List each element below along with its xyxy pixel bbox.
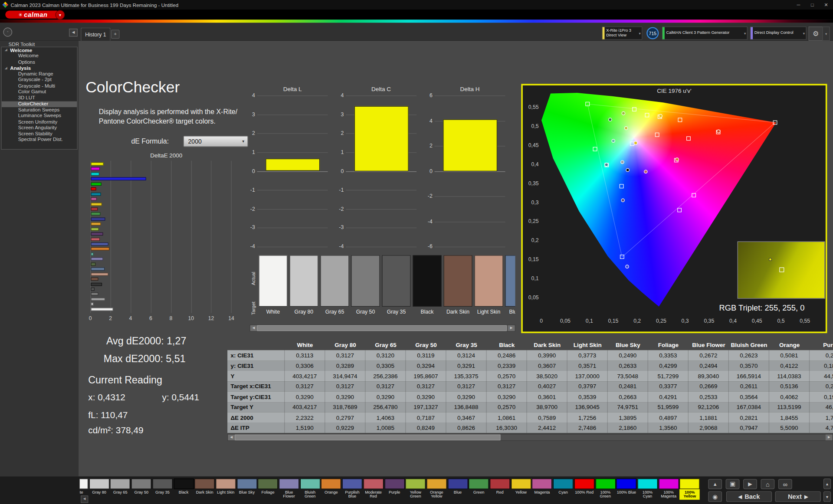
- sidebar-section-analysis[interactable]: ◢Analysis: [2, 65, 77, 71]
- patch-black[interactable]: Black: [174, 478, 194, 503]
- scroll-up-button[interactable]: ▲: [823, 478, 831, 489]
- patch-100-green[interactable]: 100% Green: [595, 478, 616, 503]
- patch-yellow-green[interactable]: Yellow Green: [406, 478, 426, 503]
- display-pattern-button[interactable]: ▣: [726, 479, 740, 489]
- inset-target-square: [779, 267, 784, 272]
- column-header: Light Skin: [567, 340, 608, 350]
- patch-foliage[interactable]: Foliage: [258, 478, 278, 503]
- table-row: y: CIE310,33060,32890,33050,32940,32910,…: [227, 360, 833, 371]
- table-cell: 0,18: [810, 360, 833, 371]
- maximize-button[interactable]: □: [805, 2, 819, 7]
- table-scrollbar[interactable]: ◀ ▶: [227, 434, 833, 441]
- table-cell: 0,3773: [567, 350, 608, 360]
- de-formula-select[interactable]: 2000 ▾: [183, 136, 248, 147]
- home-button[interactable]: ⌂: [761, 479, 774, 489]
- patch-purplish-blue[interactable]: Purplish Blue: [342, 478, 363, 503]
- patch-magenta[interactable]: Magenta: [532, 478, 552, 503]
- patch-cyan[interactable]: Cyan: [553, 478, 574, 503]
- sidebar-item-welcome[interactable]: Welcome: [2, 53, 77, 59]
- gear-icon[interactable]: ⚙: [809, 26, 823, 41]
- meter-probe[interactable]: X-Rite i1Pro 3 Direct View ▾: [602, 26, 642, 40]
- patch-label: Foliage: [258, 489, 278, 500]
- cie-x-tick: 0,55: [794, 318, 816, 324]
- tab-history-1[interactable]: History 1: [81, 28, 111, 41]
- patch-orange-yellow[interactable]: Orange Yellow: [426, 478, 447, 503]
- table-cell: 0,5136: [769, 381, 810, 392]
- patch-100-red[interactable]: 100% Red: [574, 478, 594, 503]
- table-cell: 0,7589: [527, 412, 567, 422]
- swatch-gray-50: Gray 50: [351, 255, 380, 314]
- eject-button[interactable]: ▲: [708, 479, 722, 489]
- sidebar-section-welcome[interactable]: ◢Welcome: [2, 47, 77, 53]
- patch-orange[interactable]: Orange: [321, 478, 341, 503]
- patch-gray-35[interactable]: Gray 35: [152, 478, 173, 503]
- swatch-patches: WhiteGray 80Gray 65Gray 50Gray 35BlackDa…: [259, 255, 515, 322]
- patch-gray-65[interactable]: Gray 65: [110, 478, 131, 503]
- minimize-button[interactable]: ─: [791, 2, 805, 7]
- patch-red[interactable]: Red: [490, 478, 510, 503]
- sidebar-item-screen-angularity[interactable]: Screen Angularity: [2, 125, 77, 131]
- sidebar-item-options[interactable]: Options: [2, 59, 77, 65]
- scroll-down-button[interactable]: ▼: [823, 491, 831, 502]
- measurement-count-badge[interactable]: 715: [646, 27, 659, 39]
- logo-menu-button[interactable]: ▾: [55, 10, 65, 20]
- patch-purple[interactable]: Purple: [384, 478, 405, 503]
- next-button[interactable]: Next ▶: [775, 491, 821, 502]
- patch-label: Orange: [321, 489, 341, 500]
- back-button[interactable]: ◀ Back: [726, 491, 772, 502]
- sidebar-item-dynamic-range[interactable]: Dynamic Range: [2, 71, 77, 77]
- swatch-scrollbar[interactable]: ◀ ▶: [250, 325, 515, 332]
- continuous-measure-button[interactable]: ∞: [778, 479, 792, 489]
- scroll-left-icon[interactable]: ◀: [228, 435, 235, 440]
- meter-display-control[interactable]: Direct Display Control ▾: [750, 26, 807, 40]
- scroll-right-icon[interactable]: ▶: [826, 435, 833, 440]
- read-target-button[interactable]: ◉: [708, 491, 722, 502]
- patch-gray-50[interactable]: Gray 50: [131, 478, 152, 503]
- sidebar-item-3d-lut[interactable]: 3D LUT: [2, 95, 77, 101]
- patch-green[interactable]: Green: [469, 478, 489, 503]
- scroll-right-icon[interactable]: ▶: [508, 325, 515, 331]
- close-button[interactable]: ✕: [819, 2, 833, 7]
- patch-100-magenta[interactable]: 100% Magenta: [659, 478, 679, 503]
- sidebar-collapse-button[interactable]: ◀: [69, 29, 78, 36]
- scroll-left-icon[interactable]: ◀: [250, 325, 257, 331]
- add-tab-button[interactable]: +: [111, 29, 120, 39]
- patch-swatch: [342, 478, 363, 489]
- sidebar-item-screen-uniformity[interactable]: Screen Uniformity: [2, 119, 77, 125]
- workflow-menu-button[interactable]: ◦: [3, 28, 12, 37]
- sidebar-item-screen-stability[interactable]: Screen Stability: [2, 131, 77, 137]
- patch-blue-flower[interactable]: Blue Flower: [279, 478, 299, 503]
- bottom-bar: ◀ WhiteGray 80Gray 65Gray 50Gray 35Black…: [0, 476, 833, 504]
- swatch-scroll-thumb[interactable]: [257, 325, 507, 331]
- swatch-color: [351, 255, 380, 307]
- patch-100-yellow[interactable]: 100% Yellow: [679, 478, 700, 503]
- play-button[interactable]: ▶: [743, 479, 757, 489]
- cie-x-tick: 0,35: [699, 318, 720, 324]
- table-cell: 38,9700: [527, 402, 567, 412]
- patch-yellow[interactable]: Yellow: [511, 478, 531, 503]
- cie-y-tick: 0,2: [524, 237, 538, 243]
- patch-label: Orange Yellow: [426, 489, 447, 500]
- sidebar-item-grayscale-multi[interactable]: Grayscale - Multi: [2, 83, 77, 89]
- patch-white[interactable]: White: [80, 478, 89, 503]
- meter-pattern-generator[interactable]: CalMAN Client 3 Pattern Generator ▾: [662, 26, 748, 40]
- sidebar-item-saturation-sweeps[interactable]: Saturation Sweeps: [2, 107, 77, 113]
- sidebar-item-spectral-power-dist[interactable]: Spectral Power Dist.: [2, 137, 77, 143]
- patch-blue[interactable]: Blue: [448, 478, 468, 503]
- patch-gray-80[interactable]: Gray 80: [89, 478, 109, 503]
- sidebar-item-grayscale-2pt[interactable]: Grayscale - 2pt: [2, 77, 77, 83]
- gridline: [257, 247, 328, 247]
- patch-100-cyan[interactable]: 100% Cyan: [637, 478, 658, 503]
- settings-chevron-button[interactable]: ▾: [823, 26, 830, 41]
- sidebar-item-color-gamut[interactable]: Color Gamut: [2, 89, 77, 95]
- patch-dark-skin[interactable]: Dark Skin: [194, 478, 215, 503]
- sidebar-item-luminance-sweeps[interactable]: Luminance Sweeps: [2, 113, 77, 119]
- patch-light-skin[interactable]: Light Skin: [216, 478, 236, 503]
- patch-moderate-red[interactable]: Moderate Red: [363, 478, 384, 503]
- sidebar-item-colorchecker[interactable]: ColorChecker: [2, 101, 77, 107]
- patch-100-blue[interactable]: 100% Blue: [617, 478, 637, 503]
- table-scroll-thumb[interactable]: [235, 435, 500, 440]
- patch-swatch: [258, 478, 278, 489]
- patch-blue-sky[interactable]: Blue Sky: [237, 478, 257, 503]
- patch-bluish-green[interactable]: Bluish Green: [300, 478, 320, 503]
